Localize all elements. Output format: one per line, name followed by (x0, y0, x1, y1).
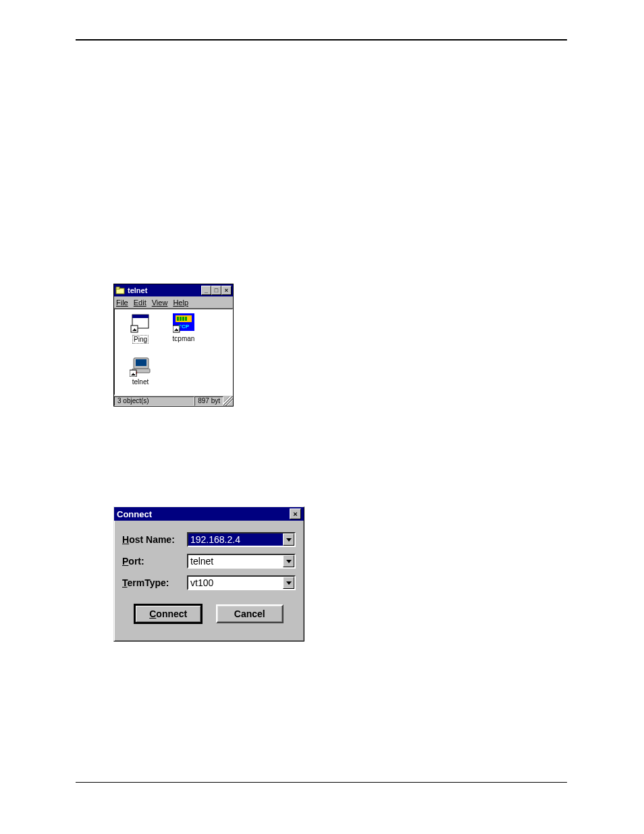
dialog-close-button[interactable]: × (290, 509, 301, 519)
menubar: File Edit View Help (114, 296, 233, 309)
svg-rect-1 (116, 287, 119, 289)
chevron-down-icon[interactable] (283, 555, 294, 567)
cancel-button[interactable]: Cancel (216, 604, 284, 623)
window-titlebar[interactable]: telnet _ □ × (114, 284, 233, 296)
maximize-button[interactable]: □ (211, 286, 221, 295)
window-title: telnet (128, 286, 201, 294)
status-object-count: 3 object(s) (114, 396, 194, 406)
window-shortcut-icon (130, 313, 151, 334)
menu-edit[interactable]: Edit (134, 298, 146, 307)
svg-rect-3 (132, 315, 149, 318)
host-name-value[interactable]: 192.168.2.4 (188, 533, 283, 546)
shortcut-ping[interactable]: Ping (122, 313, 159, 344)
status-bytes: 897 byt (194, 396, 223, 406)
menu-help[interactable]: Help (173, 298, 188, 307)
svg-rect-8 (180, 317, 182, 321)
menu-view[interactable]: View (152, 298, 168, 307)
chevron-down-icon[interactable] (283, 533, 294, 546)
close-button[interactable]: × (221, 286, 232, 295)
telnet-folder-window: telnet _ □ × File Edit View Help Ping TC… (113, 284, 234, 407)
svg-rect-10 (185, 317, 187, 321)
host-name-label: Host Name: (122, 534, 187, 545)
dialog-titlebar[interactable]: Connect × (114, 507, 304, 521)
termtype-label: TermType: (122, 577, 187, 588)
horizontal-rule-top (76, 39, 567, 41)
shortcut-label: Ping (132, 335, 149, 344)
horizontal-rule-bottom (76, 782, 567, 783)
svg-rect-7 (177, 317, 179, 321)
connect-button[interactable]: Connect (134, 604, 202, 623)
shortcut-label: telnet (132, 378, 149, 386)
menu-file[interactable]: File (116, 298, 128, 307)
shortcut-telnet[interactable]: telnet (122, 357, 159, 386)
svg-rect-14 (136, 359, 146, 366)
port-combo[interactable]: telnet (187, 554, 296, 569)
shortcut-label: tcpman (173, 335, 195, 342)
chevron-down-icon[interactable] (283, 577, 294, 589)
statusbar: 3 object(s) 897 byt (114, 395, 233, 406)
terminal-shortcut-icon (130, 357, 151, 377)
port-value[interactable]: telnet (188, 555, 283, 567)
minimize-button[interactable]: _ (201, 286, 211, 295)
svg-rect-9 (182, 317, 184, 321)
connect-dialog: Connect × Host Name: 192.168.2.4 Port: t… (113, 506, 304, 642)
termtype-value[interactable]: vt100 (188, 577, 283, 589)
port-label: Port: (122, 556, 187, 567)
folder-icon (115, 286, 125, 295)
folder-client-area: Ping TCP tcpman telnet (114, 309, 233, 395)
tcp-shortcut-icon: TCP (173, 313, 194, 334)
shortcut-tcpman[interactable]: TCP tcpman (165, 313, 203, 342)
dialog-title: Connect (117, 509, 290, 519)
resize-grip[interactable] (223, 396, 233, 406)
termtype-combo[interactable]: vt100 (187, 575, 296, 590)
host-name-combo[interactable]: 192.168.2.4 (187, 532, 296, 547)
